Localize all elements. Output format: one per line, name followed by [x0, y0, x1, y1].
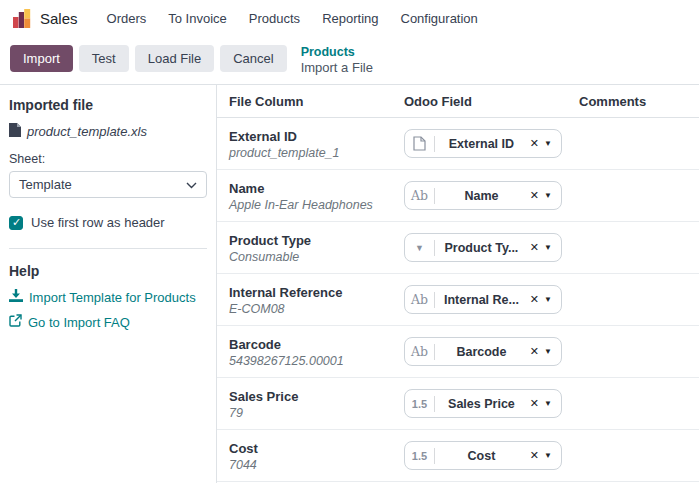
- file-column-name: Cost: [229, 440, 404, 457]
- import-template-link-label: Import Template for Products: [29, 290, 196, 305]
- file-column-name: Barcode: [229, 336, 404, 353]
- file-icon: [9, 123, 21, 140]
- comments-cell: [579, 284, 699, 325]
- import-template-link[interactable]: Import Template for Products: [9, 289, 207, 305]
- imported-file-name: product_template.xls: [27, 124, 147, 139]
- nav-item-reporting[interactable]: Reporting: [311, 11, 389, 26]
- mapping-row: Barcode 54398267125.00001 Ab Barcode ✕ ▼: [217, 326, 699, 378]
- nav-item-to-invoice[interactable]: To Invoice: [157, 11, 238, 26]
- mapping-row: Sales Price 79 1.5 Sales Price ✕ ▼: [217, 378, 699, 430]
- mapping-row: Product Type Consumable ▼ Product Ty... …: [217, 222, 699, 274]
- field-dropdown-caret-icon[interactable]: ▼: [544, 191, 552, 200]
- field-dropdown-caret-icon[interactable]: ▼: [544, 243, 552, 252]
- decimal-number-icon: 1.5: [405, 398, 434, 410]
- selection-caret-icon: ▼: [405, 243, 434, 253]
- sidebar-divider: [9, 248, 207, 249]
- chevron-down-icon: [186, 177, 197, 192]
- field-dropdown-caret-icon[interactable]: ▼: [544, 139, 552, 148]
- mapping-row: Internal Reference E-COM08 Ab Internal R…: [217, 274, 699, 326]
- odoo-field-label: Barcode: [435, 345, 528, 359]
- file-column-name: External ID: [229, 128, 404, 145]
- file-column-cell: Barcode 54398267125.00001: [229, 336, 404, 377]
- field-dropdown-caret-icon[interactable]: ▼: [544, 399, 552, 408]
- imported-file-row: product_template.xls: [9, 123, 207, 140]
- mapping-rows: External ID product_template_1 External …: [217, 118, 699, 482]
- breadcrumb: Products Import a File: [301, 45, 373, 75]
- file-column-cell: Sales Price 79: [229, 388, 404, 429]
- decimal-number-icon: 1.5: [405, 450, 434, 462]
- remove-field-icon[interactable]: ✕: [530, 345, 539, 358]
- first-row-header-label: Use first row as header: [31, 215, 165, 230]
- header-odoo-field: Odoo Field: [404, 94, 579, 109]
- odoo-field-selector[interactable]: ▼ Product Ty... ✕ ▼: [404, 233, 562, 262]
- nav-item-orders[interactable]: Orders: [96, 11, 158, 26]
- nav-item-configuration[interactable]: Configuration: [390, 11, 489, 26]
- file-column-name: Name: [229, 180, 404, 197]
- header-file-column: File Column: [229, 94, 404, 109]
- text-ab-icon: Ab: [405, 292, 434, 307]
- mapping-row: External ID product_template_1 External …: [217, 118, 699, 170]
- cancel-button[interactable]: Cancel: [220, 45, 286, 72]
- field-dropdown-caret-icon[interactable]: ▼: [544, 451, 552, 460]
- odoo-field-label: Product Ty...: [435, 241, 528, 255]
- odoo-field-cell: 1.5 Sales Price ✕ ▼: [404, 388, 579, 429]
- file-column-sample: 7044: [229, 457, 404, 474]
- breadcrumb-products-link[interactable]: Products: [301, 45, 373, 60]
- breadcrumb-current: Import a File: [301, 60, 373, 75]
- file-column-sample: product_template_1: [229, 145, 404, 162]
- file-column-sample: E-COM08: [229, 301, 404, 318]
- remove-field-icon[interactable]: ✕: [530, 241, 539, 254]
- odoo-field-cell: Ab Name ✕ ▼: [404, 180, 579, 221]
- remove-field-icon[interactable]: ✕: [530, 189, 539, 202]
- odoo-field-cell: 1.5 Cost ✕ ▼: [404, 440, 579, 481]
- sales-app-icon[interactable]: [12, 8, 32, 28]
- import-button[interactable]: Import: [10, 45, 73, 72]
- file-column-sample: 54398267125.00001: [229, 353, 404, 370]
- odoo-field-label: Name: [435, 189, 528, 203]
- odoo-field-selector[interactable]: Ab Name ✕ ▼: [404, 181, 562, 210]
- app-name[interactable]: Sales: [40, 10, 78, 27]
- mapping-row: Name Apple In-Ear Headphones Ab Name ✕ ▼: [217, 170, 699, 222]
- import-faq-link[interactable]: Go to Import FAQ: [9, 314, 207, 330]
- comments-cell: [579, 180, 699, 221]
- sheet-select-value: Template: [19, 177, 72, 192]
- mapping-table: File Column Odoo Field Comments External…: [217, 85, 699, 483]
- sheet-select[interactable]: Template: [9, 171, 207, 198]
- help-heading: Help: [9, 263, 207, 279]
- odoo-field-label: Sales Price: [435, 397, 528, 411]
- text-ab-icon: Ab: [405, 344, 434, 359]
- odoo-field-selector[interactable]: External ID ✕ ▼: [404, 129, 562, 158]
- remove-field-icon[interactable]: ✕: [530, 449, 539, 462]
- file-column-name: Sales Price: [229, 388, 404, 405]
- odoo-field-cell: External ID ✕ ▼: [404, 128, 579, 169]
- comments-cell: [579, 388, 699, 429]
- download-icon: [9, 289, 23, 305]
- file-column-sample: 79: [229, 405, 404, 422]
- odoo-field-label: Internal Re...: [435, 293, 528, 307]
- test-button[interactable]: Test: [79, 45, 129, 72]
- control-bar: Import Test Load File Cancel Products Im…: [0, 36, 699, 85]
- odoo-field-cell: Ab Barcode ✕ ▼: [404, 336, 579, 377]
- file-column-name: Internal Reference: [229, 284, 404, 301]
- first-row-header-option[interactable]: Use first row as header: [9, 215, 207, 230]
- comments-cell: [579, 336, 699, 377]
- field-dropdown-caret-icon[interactable]: ▼: [544, 347, 552, 356]
- odoo-field-selector[interactable]: 1.5 Cost ✕ ▼: [404, 441, 562, 470]
- field-dropdown-caret-icon[interactable]: ▼: [544, 295, 552, 304]
- remove-field-icon[interactable]: ✕: [530, 293, 539, 306]
- remove-field-icon[interactable]: ✕: [530, 137, 539, 150]
- file-column-cell: Product Type Consumable: [229, 232, 404, 273]
- load-file-button[interactable]: Load File: [135, 45, 214, 72]
- file-column-sample: Apple In-Ear Headphones: [229, 197, 404, 214]
- first-row-header-checkbox[interactable]: [9, 216, 23, 230]
- comments-cell: [579, 440, 699, 481]
- file-column-cell: External ID product_template_1: [229, 128, 404, 169]
- content: Imported file product_template.xls Sheet…: [0, 85, 699, 483]
- odoo-field-selector[interactable]: Ab Internal Re... ✕ ▼: [404, 285, 562, 314]
- nav-item-products[interactable]: Products: [238, 11, 311, 26]
- odoo-field-selector[interactable]: Ab Barcode ✕ ▼: [404, 337, 562, 366]
- remove-field-icon[interactable]: ✕: [530, 397, 539, 410]
- odoo-field-selector[interactable]: 1.5 Sales Price ✕ ▼: [404, 389, 562, 418]
- file-column-cell: Internal Reference E-COM08: [229, 284, 404, 325]
- mapping-row: Cost 7044 1.5 Cost ✕ ▼: [217, 430, 699, 482]
